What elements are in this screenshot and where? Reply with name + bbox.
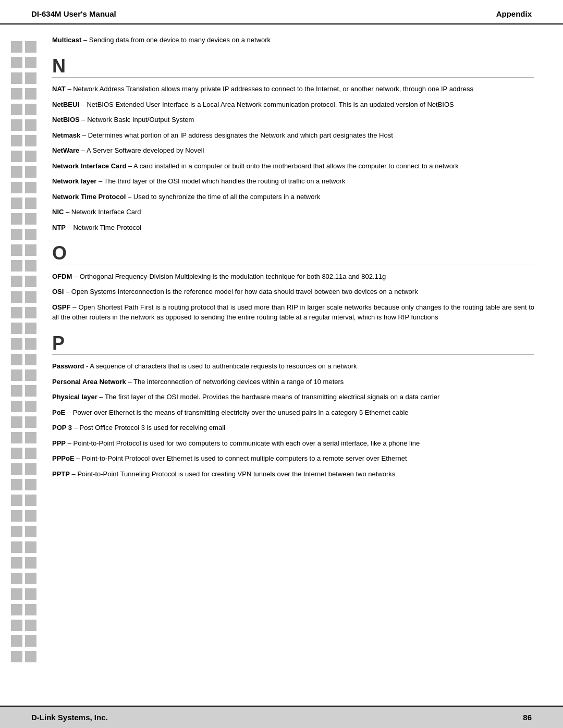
- term-physical-layer: Physical layer: [52, 393, 97, 401]
- entry-pop3: POP 3 – Post Office Protocol 3 is used f…: [52, 423, 534, 433]
- term-ospf: OSPF: [52, 303, 70, 311]
- term-network-time-protocol: Network Time Protocol: [52, 193, 126, 201]
- entry-network-interface-card: Network Interface Card – A card installe…: [52, 161, 534, 171]
- term-pppoe: PPPoE: [52, 454, 75, 462]
- term-password: Password: [52, 362, 84, 370]
- term-netbeui: NetBEUI: [52, 101, 79, 108]
- footer-page-number: 86: [523, 713, 532, 722]
- entry-netbeui: NetBEUI – NetBIOS Extended User Interfac…: [52, 100, 534, 110]
- footer-company: D-Link Systems, Inc.: [31, 713, 108, 722]
- entry-physical-layer: Physical layer – The first layer of the …: [52, 392, 534, 402]
- entry-netbios: NetBIOS – Network Basic Input/Output Sys…: [52, 115, 534, 125]
- entry-password: Password - A sequence of characters that…: [52, 361, 534, 372]
- term-personal-area-network: Personal Area Network: [52, 378, 126, 386]
- term-network-layer: Network layer: [52, 177, 96, 185]
- main-content: Multicast – Sending data from one device…: [47, 35, 563, 663]
- term-netbios: NetBIOS: [52, 116, 80, 124]
- sep-multicast: – Sending data from one device to many d…: [81, 36, 271, 44]
- term-pptp: PPTP: [52, 470, 70, 478]
- term-netmask: Netmask: [52, 131, 80, 139]
- entry-ofdm: OFDM – Orthogonal Frequency-Division Mul…: [52, 272, 534, 282]
- entry-network-layer: Network layer – The third layer of the O…: [52, 176, 534, 187]
- section-o: O: [52, 243, 534, 265]
- term-netware: NetWare: [52, 146, 79, 154]
- left-decoration: [0, 35, 47, 663]
- term-ofdm: OFDM: [52, 273, 72, 280]
- term-multicast: Multicast: [52, 36, 81, 44]
- term-nic-abbr: NIC: [52, 208, 64, 216]
- entry-nat: NAT – Network Address Translation allows…: [52, 84, 534, 94]
- header-title: DI-634M User's Manual: [31, 9, 116, 18]
- entry-netware: NetWare – A Server Software developed by…: [52, 145, 534, 156]
- section-p: P: [52, 333, 534, 355]
- entry-ntp-abbr: NTP – Network Time Protocol: [52, 223, 534, 233]
- entry-osi: OSI – Open Systems Interconnection is th…: [52, 287, 534, 297]
- entry-ospf: OSPF – Open Shortest Path First is a rou…: [52, 302, 534, 323]
- entry-network-time-protocol: Network Time Protocol – Used to synchron…: [52, 192, 534, 202]
- entry-multicast: Multicast – Sending data from one device…: [52, 35, 534, 45]
- term-ppp: PPP: [52, 439, 66, 447]
- term-nat: NAT: [52, 85, 66, 93]
- page-footer: D-Link Systems, Inc. 86: [0, 706, 563, 728]
- page-header: DI-634M User's Manual Appendix: [0, 0, 563, 24]
- term-pop3: POP 3: [52, 424, 72, 431]
- entry-personal-area-network: Personal Area Network – The interconnect…: [52, 377, 534, 387]
- entry-nic-abbr: NIC – Network Interface Card: [52, 207, 534, 217]
- entry-ppp: PPP – Point-to-Point Protocol is used fo…: [52, 438, 534, 449]
- content-area: Multicast – Sending data from one device…: [0, 24, 563, 663]
- entry-netmask: Netmask – Determines what portion of an …: [52, 130, 534, 141]
- entry-pptp: PPTP – Point-to-Point Tunneling Protocol…: [52, 469, 534, 479]
- term-poe: PoE: [52, 409, 65, 416]
- header-appendix: Appendix: [496, 9, 532, 18]
- term-osi: OSI: [52, 288, 64, 295]
- term-ntp-abbr: NTP: [52, 224, 66, 231]
- entry-poe: PoE – Power over Ethernet is the means o…: [52, 408, 534, 418]
- entry-pppoe: PPPoE – Point-to-Point Protocol over Eth…: [52, 453, 534, 464]
- section-n: N: [52, 56, 534, 78]
- term-network-interface-card: Network Interface Card: [52, 162, 126, 170]
